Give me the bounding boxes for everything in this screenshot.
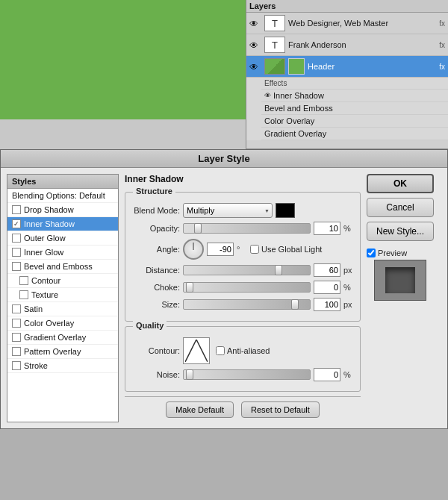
size-slider-thumb[interactable] <box>291 299 299 310</box>
contour-label: Contour <box>31 276 60 285</box>
fx-badge: fx <box>439 41 445 49</box>
dialog-title: Layer Style <box>198 153 249 164</box>
blend-mode-select-wrapper[interactable]: Multiply <box>183 203 273 218</box>
global-light-wrapper: Use Global Light <box>250 245 322 254</box>
opacity-slider-thumb[interactable] <box>194 223 202 234</box>
contour-checkbox[interactable] <box>19 276 28 285</box>
visibility-icon[interactable]: 👁 <box>249 40 261 49</box>
outerglow-checkbox[interactable] <box>12 234 21 243</box>
noise-slider[interactable] <box>183 369 311 380</box>
bevelemboss-checkbox[interactable] <box>12 262 21 271</box>
make-default-button[interactable]: Make Default <box>166 401 234 418</box>
patternoverlay-checkbox[interactable] <box>12 347 21 356</box>
style-item-outerglow[interactable]: Outer Glow <box>7 231 118 246</box>
coloroverlay-checkbox[interactable] <box>12 319 21 328</box>
noise-unit: % <box>343 370 354 379</box>
cancel-button[interactable]: Cancel <box>367 198 434 217</box>
layer-mask-thumb <box>288 58 305 75</box>
stroke-checkbox[interactable] <box>12 361 21 370</box>
contour-row-label: Contour: <box>131 346 180 355</box>
style-item-texture[interactable]: Texture <box>7 288 118 302</box>
layers-panel: Layers 👁 T Web Designer, Web Master fx 👁… <box>246 0 448 149</box>
effect-eye-icon[interactable]: 👁 <box>264 92 271 99</box>
visibility-icon[interactable]: 👁 <box>249 62 261 71</box>
choke-slider-thumb[interactable] <box>186 282 193 293</box>
antialias-checkbox[interactable] <box>216 346 225 355</box>
angle-dial[interactable] <box>183 239 204 260</box>
effect-gradient-overlay[interactable]: Gradient Overlay <box>261 128 448 140</box>
distance-input[interactable] <box>314 263 340 277</box>
opacity-slider[interactable] <box>183 223 311 234</box>
distance-unit: px <box>343 266 354 275</box>
visibility-icon[interactable]: 👁 <box>249 19 261 28</box>
effect-bevel[interactable]: Bevel and Emboss <box>261 102 448 115</box>
layer-thumb: T <box>264 15 285 31</box>
fx-badge: fx <box>439 63 445 71</box>
texture-checkbox[interactable] <box>19 290 28 299</box>
global-light-checkbox[interactable] <box>250 245 259 254</box>
effect-name: Gradient Overlay <box>264 129 326 138</box>
texture-label: Texture <box>31 290 58 299</box>
new-style-button[interactable]: New Style... <box>367 222 434 241</box>
opacity-label: Opacity: <box>131 224 180 233</box>
dropshadow-checkbox[interactable] <box>12 205 21 214</box>
choke-slider[interactable] <box>183 282 311 293</box>
style-item-blending[interactable]: Blending Options: Default <box>7 189 118 203</box>
style-item-innerglow[interactable]: Inner Glow <box>7 246 118 260</box>
effect-inner-shadow[interactable]: 👁 Inner Shadow <box>261 90 448 102</box>
opacity-row: Opacity: % <box>131 222 354 235</box>
satin-label: Satin <box>24 304 43 313</box>
innerglow-checkbox[interactable] <box>12 248 21 257</box>
choke-input[interactable] <box>314 281 340 294</box>
antialias-wrapper: Anti-aliased <box>216 346 270 355</box>
layer-thumb-header <box>264 58 285 75</box>
blending-label: Blending Options: Default <box>12 191 105 200</box>
innershadow-checkbox[interactable] <box>12 219 21 228</box>
opacity-input[interactable] <box>314 222 340 235</box>
layer-row-webdesigner[interactable]: 👁 T Web Designer, Web Master fx <box>246 13 448 34</box>
style-item-patternoverlay[interactable]: Pattern Overlay <box>7 345 118 359</box>
distance-slider-thumb[interactable] <box>275 265 282 275</box>
dialog-titlebar: Layer Style <box>1 150 447 168</box>
layer-row-frank[interactable]: 👁 T Frank Anderson fx <box>246 34 448 56</box>
angle-input[interactable] <box>207 243 234 256</box>
noise-slider-thumb[interactable] <box>186 369 193 380</box>
style-item-contour[interactable]: Contour <box>7 274 118 288</box>
contour-preview[interactable] <box>183 337 210 364</box>
satin-checkbox[interactable] <box>12 304 21 313</box>
effect-name: Color Overlay <box>264 116 314 125</box>
quality-label: Quality <box>133 321 167 330</box>
size-input[interactable] <box>314 298 340 311</box>
outerglow-label: Outer Glow <box>24 234 66 243</box>
style-item-satin[interactable]: Satin <box>7 302 118 316</box>
style-item-innershadow[interactable]: Inner Shadow <box>7 217 118 231</box>
gradientoverlay-checkbox[interactable] <box>12 333 21 342</box>
blend-mode-label: Blend Mode: <box>131 206 180 215</box>
noise-input[interactable] <box>314 368 340 381</box>
style-item-coloroverlay[interactable]: Color Overlay <box>7 316 118 331</box>
color-swatch[interactable] <box>276 203 295 218</box>
size-row: Size: px <box>131 298 354 311</box>
angle-dial-line <box>193 243 194 250</box>
distance-slider[interactable] <box>183 265 311 275</box>
noise-label: Noise: <box>131 370 180 379</box>
preview-area: Preview <box>367 249 434 301</box>
layer-row-header[interactable]: 👁 Header fx <box>246 56 448 78</box>
layer-thumb: T <box>264 37 285 53</box>
choke-label: Choke: <box>131 283 180 292</box>
structure-label: Structure <box>133 187 175 196</box>
blend-mode-select[interactable]: Multiply <box>183 203 273 218</box>
style-item-bevelemboss[interactable]: Bevel and Emboss <box>7 260 118 274</box>
style-item-gradientoverlay[interactable]: Gradient Overlay <box>7 331 118 345</box>
effect-color-overlay[interactable]: Color Overlay <box>261 115 448 128</box>
choke-unit: % <box>343 283 354 292</box>
preview-checkbox[interactable] <box>367 249 376 257</box>
ok-button[interactable]: OK <box>367 174 434 193</box>
gradientoverlay-label: Gradient Overlay <box>24 333 86 342</box>
preview-label-row: Preview <box>367 249 434 257</box>
style-item-stroke[interactable]: Stroke <box>7 359 118 373</box>
reset-to-default-button[interactable]: Reset to Default <box>241 401 320 418</box>
style-item-dropshadow[interactable]: Drop Shadow <box>7 203 118 217</box>
bevelemboss-label: Bevel and Emboss <box>24 262 93 271</box>
size-slider[interactable] <box>183 299 311 310</box>
